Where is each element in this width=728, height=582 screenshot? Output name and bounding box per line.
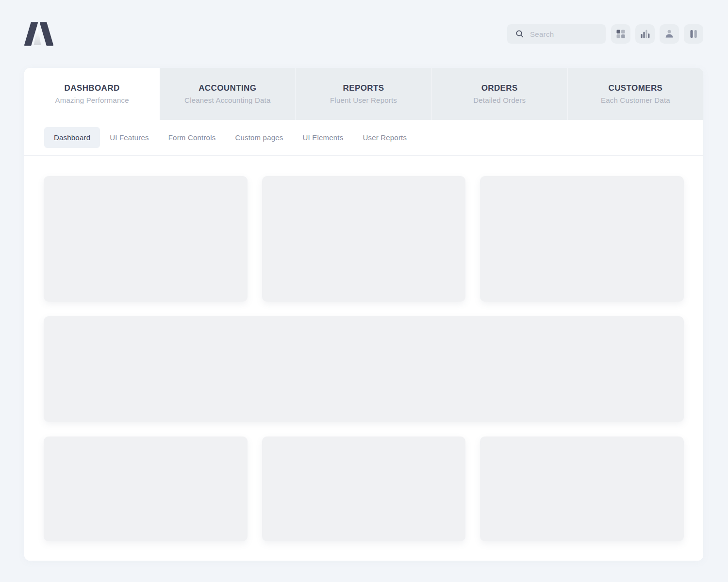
search-icon bbox=[515, 30, 524, 38]
placeholder-card bbox=[262, 176, 466, 302]
app-logo[interactable] bbox=[24, 22, 53, 46]
header-actions bbox=[507, 24, 703, 44]
subnav-item-ui-features[interactable]: UI Features bbox=[100, 127, 159, 148]
placeholder-card bbox=[262, 436, 466, 541]
tab-orders[interactable]: ORDERS Detailed Orders bbox=[431, 68, 567, 120]
subnav-item-custom-pages[interactable]: Custom pages bbox=[225, 127, 293, 148]
columns-icon bbox=[689, 29, 698, 39]
tab-bar: DASHBOARD Amazing Performance ACCOUNTING… bbox=[24, 68, 703, 120]
subnav-item-dashboard[interactable]: Dashboard bbox=[44, 127, 100, 148]
tab-dashboard[interactable]: DASHBOARD Amazing Performance bbox=[24, 68, 160, 120]
tab-title: REPORTS bbox=[343, 83, 384, 93]
subnav-item-form-controls[interactable]: Form Controls bbox=[159, 127, 226, 148]
tab-accounting[interactable]: ACCOUNTING Cleanest Accounting Data bbox=[160, 68, 295, 120]
tab-customers[interactable]: CUSTOMERS Each Customer Data bbox=[567, 68, 703, 120]
placeholder-card-wide bbox=[44, 316, 684, 422]
tab-reports[interactable]: REPORTS Fluent User Reports bbox=[295, 68, 431, 120]
tab-subtitle: Detailed Orders bbox=[473, 96, 526, 104]
tab-subtitle: Each Customer Data bbox=[601, 96, 670, 104]
tab-title: DASHBOARD bbox=[65, 83, 120, 93]
subnav-item-ui-elements[interactable]: UI Elements bbox=[293, 127, 353, 148]
columns-button[interactable] bbox=[684, 24, 703, 44]
tab-title: CUSTOMERS bbox=[608, 83, 662, 93]
grid-icon bbox=[616, 30, 625, 38]
card-row bbox=[44, 176, 684, 302]
placeholder-card bbox=[480, 176, 684, 302]
tab-title: ORDERS bbox=[481, 83, 518, 93]
search-input[interactable] bbox=[530, 30, 603, 38]
content-area bbox=[24, 156, 703, 561]
card-row bbox=[44, 436, 684, 541]
header bbox=[0, 0, 728, 68]
tab-subtitle: Cleanest Accounting Data bbox=[184, 96, 270, 104]
main-panel: DASHBOARD Amazing Performance ACCOUNTING… bbox=[24, 68, 703, 561]
tab-title: ACCOUNTING bbox=[199, 83, 256, 93]
bar-chart-icon bbox=[640, 29, 650, 39]
sub-navigation: Dashboard UI Features Form Controls Cust… bbox=[24, 120, 703, 156]
bar-chart-button[interactable] bbox=[635, 24, 655, 44]
placeholder-card bbox=[480, 436, 684, 541]
user-button[interactable] bbox=[660, 24, 679, 44]
placeholder-card bbox=[44, 436, 248, 541]
user-icon bbox=[664, 29, 674, 39]
placeholder-card bbox=[44, 176, 248, 302]
search-box bbox=[507, 24, 606, 44]
tab-subtitle: Amazing Performance bbox=[55, 96, 129, 104]
logo-m-icon bbox=[24, 22, 53, 46]
tab-subtitle: Fluent User Reports bbox=[330, 96, 397, 104]
card-row bbox=[44, 316, 684, 422]
subnav-item-user-reports[interactable]: User Reports bbox=[353, 127, 416, 148]
grid-button[interactable] bbox=[611, 24, 630, 44]
